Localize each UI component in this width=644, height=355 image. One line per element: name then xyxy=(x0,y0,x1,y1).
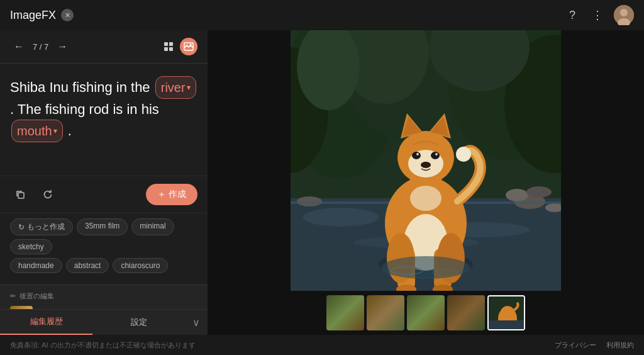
grid-view-button[interactable] xyxy=(160,38,177,55)
prompt-text-middle: . The fishing rod is in his xyxy=(10,101,159,117)
thumbnail-5[interactable] xyxy=(487,295,525,330)
svg-point-25 xyxy=(506,189,528,201)
bottom-tabs: 編集履歴 設定 ∨ xyxy=(0,309,208,335)
main-image xyxy=(208,30,644,291)
svg-rect-59 xyxy=(489,320,525,330)
style-chip-5[interactable]: chiaroscuro xyxy=(113,258,168,273)
user-avatar[interactable] xyxy=(614,5,634,25)
generate-button[interactable]: ＋ 作成 xyxy=(146,184,197,205)
style-chip-1[interactable]: minimal xyxy=(131,218,174,235)
left-panel: ← 7 / 7 → Shiba xyxy=(0,30,208,335)
app-logo: ImageFX xyxy=(10,9,56,22)
topbar: ImageFX ✕ ? ⋮ xyxy=(0,0,644,30)
svg-rect-6 xyxy=(169,47,173,51)
svg-rect-3 xyxy=(164,42,168,46)
prompt-area: Shiba Inu fishing in the river . The fis… xyxy=(0,64,208,176)
more-menu-button[interactable]: ⋮ xyxy=(586,4,609,26)
svg-rect-9 xyxy=(18,193,24,198)
privacy-link[interactable]: プライバシー xyxy=(555,341,596,350)
more-chip-icon: ↻ xyxy=(18,223,25,232)
style-chip-2[interactable]: sketchy xyxy=(10,239,52,254)
thumbnail-3[interactable] xyxy=(407,295,445,330)
nav-back-button[interactable]: ← xyxy=(10,38,28,55)
copy-button[interactable] xyxy=(10,184,30,205)
main-image-area xyxy=(208,30,644,335)
edit-header-label: 後置の編集 xyxy=(19,291,54,301)
image-view-button[interactable] xyxy=(180,38,197,55)
generated-image[interactable] xyxy=(291,30,561,291)
disclaimer-text: 免責条項: AI の出力が不適切または不正確な場合があります xyxy=(10,341,196,350)
svg-point-52 xyxy=(410,186,441,211)
svg-point-58 xyxy=(501,306,514,318)
style-chip-3[interactable]: handmade xyxy=(10,258,62,273)
terms-link[interactable]: 利用規約 xyxy=(606,341,634,350)
more-chip-label: もっと作成 xyxy=(27,222,65,232)
prompt-tag-river[interactable]: river xyxy=(155,76,196,99)
nav-bar: ← 7 / 7 → xyxy=(0,30,208,64)
action-bar: ＋ 作成 xyxy=(0,176,208,213)
thumbnail-strip xyxy=(208,291,644,335)
more-chip[interactable]: ↻ もっと作成 xyxy=(10,218,73,235)
style-chip-4[interactable]: abstract xyxy=(66,258,109,273)
svg-point-51 xyxy=(456,147,471,162)
svg-point-21 xyxy=(303,208,379,227)
tab-chevron-button[interactable]: ∨ xyxy=(185,311,208,334)
svg-point-53 xyxy=(382,256,470,279)
svg-point-26 xyxy=(526,186,552,198)
style-chips: ↻ もっと作成 35mm film minimal sketchy handma… xyxy=(0,213,208,285)
nav-forward-button[interactable]: → xyxy=(53,38,71,55)
prompt-text-after: . xyxy=(68,123,72,138)
svg-point-41 xyxy=(431,152,440,159)
thumbnail-4[interactable] xyxy=(447,295,485,330)
svg-point-43 xyxy=(435,153,438,155)
svg-point-40 xyxy=(412,152,421,159)
prompt-tag-mouth[interactable]: mouth xyxy=(11,120,63,142)
prompt-text-before: Shiba Inu fishing in the xyxy=(10,79,150,95)
tab-settings[interactable]: 設定 xyxy=(92,310,185,334)
thumbnail-2[interactable] xyxy=(367,295,404,330)
footer-links: プライバシー 利用規約 xyxy=(555,341,634,350)
footer: 免責条項: AI の出力が不適切または不正確な場合があります プライバシー 利用… xyxy=(0,335,644,355)
svg-point-8 xyxy=(190,44,192,46)
svg-point-42 xyxy=(416,153,419,155)
svg-point-44 xyxy=(421,162,431,168)
svg-point-1 xyxy=(620,9,628,16)
help-button[interactable]: ? xyxy=(561,4,584,26)
thumbnail-1[interactable] xyxy=(326,295,364,330)
edit-header-icon: ✏ xyxy=(10,292,16,300)
edit-history-header: ✏ 後置の編集 xyxy=(10,291,197,301)
svg-rect-5 xyxy=(164,47,168,51)
style-chip-0[interactable]: 35mm film xyxy=(77,218,128,235)
nav-count: 7 / 7 xyxy=(33,42,48,52)
app-badge[interactable]: ✕ xyxy=(61,9,74,21)
prompt-text: Shiba Inu fishing in the river . The fis… xyxy=(10,76,197,142)
svg-rect-4 xyxy=(169,42,173,46)
tab-edit-history[interactable]: 編集履歴 xyxy=(0,310,92,335)
refresh-button[interactable] xyxy=(38,184,58,205)
view-icons xyxy=(160,38,197,55)
